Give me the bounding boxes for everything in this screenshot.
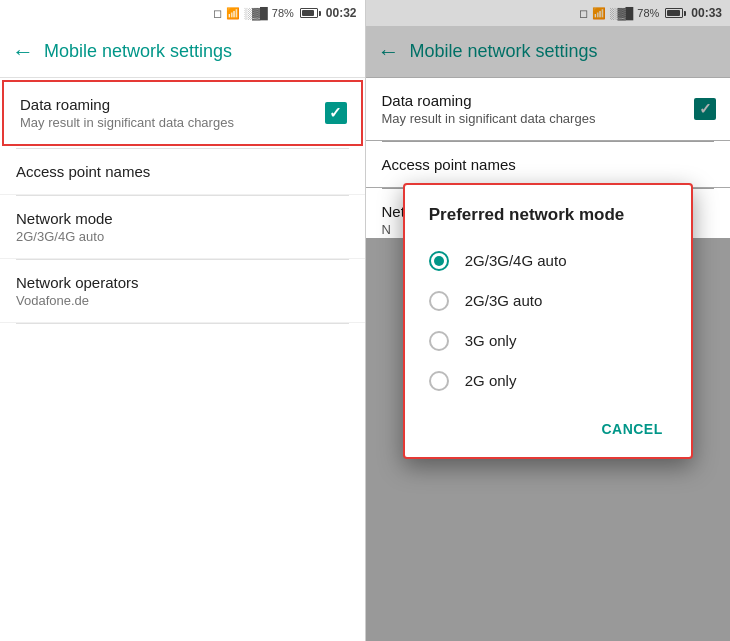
left-network-mode-subtitle: 2G/3G/4G auto xyxy=(16,229,349,244)
left-access-point-title: Access point names xyxy=(16,163,349,180)
left-page-title: Mobile network settings xyxy=(44,41,232,62)
left-settings-list: Data roaming May result in significant d… xyxy=(0,78,365,641)
left-data-roaming-subtitle: May result in significant data charges xyxy=(20,115,311,130)
left-signal-icon: ░▓█ xyxy=(244,7,268,19)
preferred-network-dialog: Preferred network mode 2G/3G/4G auto 2G/… xyxy=(403,183,693,459)
left-checkbox-checked-icon xyxy=(325,102,347,124)
radio-2g-3g-auto[interactable] xyxy=(429,291,449,311)
left-sim-icon: ◻ xyxy=(213,7,222,20)
radio-2g-only[interactable] xyxy=(429,371,449,391)
dialog-option-1[interactable]: 2G/3G/4G auto xyxy=(405,241,691,281)
left-setting-network-operators[interactable]: Network operators Vodafone.de xyxy=(0,260,365,323)
dialog-actions: CANCEL xyxy=(405,405,691,449)
left-divider-4 xyxy=(16,323,349,324)
dialog-overlay: Preferred network mode 2G/3G/4G auto 2G/… xyxy=(366,0,731,641)
radio-3g-only[interactable] xyxy=(429,331,449,351)
dialog-option-3[interactable]: 3G only xyxy=(405,321,691,361)
left-network-mode-title: Network mode xyxy=(16,210,349,227)
left-battery-percent: 78% xyxy=(272,7,294,19)
dialog-cancel-button[interactable]: CANCEL xyxy=(589,413,674,445)
dialog-option-2-label: 2G/3G auto xyxy=(465,292,543,309)
left-data-roaming-title: Data roaming xyxy=(20,96,311,113)
left-status-bar: ◻ 📶 ░▓█ 78% 00:32 xyxy=(0,0,365,26)
left-network-operators-subtitle: Vodafone.de xyxy=(16,293,349,308)
dialog-option-3-label: 3G only xyxy=(465,332,517,349)
left-back-button[interactable]: ← xyxy=(12,39,34,65)
dialog-option-4[interactable]: 2G only xyxy=(405,361,691,401)
left-battery-icon xyxy=(300,8,318,18)
left-time: 00:32 xyxy=(326,6,357,20)
right-screen: ◻ 📶 ░▓█ 78% 00:33 ← Mobile network setti… xyxy=(366,0,731,641)
left-network-operators-title: Network operators xyxy=(16,274,349,291)
left-setting-data-roaming[interactable]: Data roaming May result in significant d… xyxy=(2,80,363,146)
dialog-option-1-label: 2G/3G/4G auto xyxy=(465,252,567,269)
dialog-title: Preferred network mode xyxy=(405,205,691,241)
left-setting-network-mode[interactable]: Network mode 2G/3G/4G auto xyxy=(0,196,365,259)
left-screen: ◻ 📶 ░▓█ 78% 00:32 ← Mobile network setti… xyxy=(0,0,366,641)
dialog-option-2[interactable]: 2G/3G auto xyxy=(405,281,691,321)
dialog-option-4-label: 2G only xyxy=(465,372,517,389)
left-wifi-icon: 📶 xyxy=(226,7,240,20)
left-data-roaming-checkbox[interactable] xyxy=(325,102,347,124)
left-toolbar: ← Mobile network settings xyxy=(0,26,365,78)
left-setting-access-point-names[interactable]: Access point names xyxy=(0,149,365,195)
radio-2g-3g-4g-auto[interactable] xyxy=(429,251,449,271)
